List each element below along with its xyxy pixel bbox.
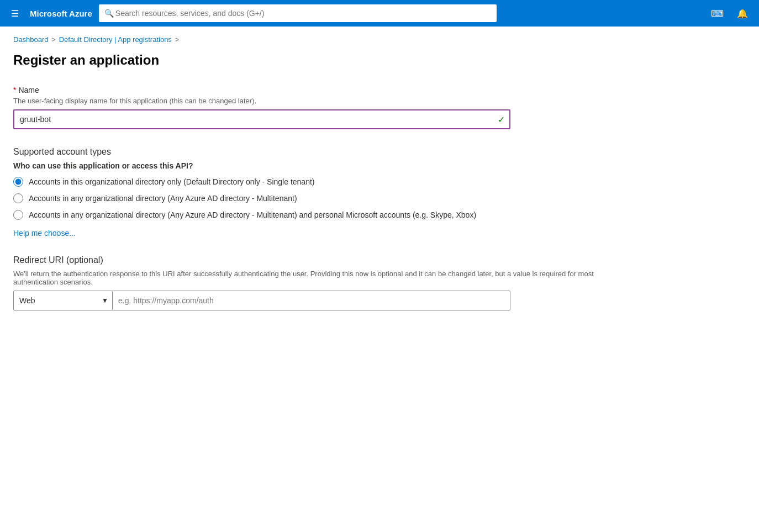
account-type-radio-group: Accounts in this organizational director… xyxy=(13,177,594,220)
radio-multitenant-personal[interactable] xyxy=(13,210,23,220)
name-input-wrapper: ✓ xyxy=(13,109,510,129)
redirect-type-select-wrapper: Web SPA Public client/native (mobile & d… xyxy=(13,291,113,310)
radio-option-multitenant-personal[interactable]: Accounts in any organizational directory… xyxy=(13,210,594,220)
redirect-uri-description: We'll return the authentication response… xyxy=(13,270,594,286)
account-types-section: Supported account types Who can use this… xyxy=(13,147,594,238)
redirect-uri-heading: Redirect URI (optional) xyxy=(13,255,594,265)
radio-multitenant-personal-label: Accounts in any organizational directory… xyxy=(29,210,476,219)
account-types-heading: Supported account types xyxy=(13,147,594,157)
input-valid-checkmark: ✓ xyxy=(498,114,505,125)
search-wrapper: 🔍 xyxy=(99,4,497,22)
terminal-icon: ⌨ xyxy=(711,8,724,19)
radio-option-single-tenant[interactable]: Accounts in this organizational director… xyxy=(13,177,594,187)
name-label-text: Name xyxy=(18,86,39,94)
page-title: Register an application xyxy=(13,52,594,68)
radio-single-tenant[interactable] xyxy=(13,177,23,187)
radio-option-multitenant[interactable]: Accounts in any organizational directory… xyxy=(13,193,594,203)
radio-single-tenant-label: Accounts in this organizational director… xyxy=(29,177,314,186)
hamburger-menu-button[interactable]: ☰ xyxy=(7,6,23,21)
breadcrumb-app-registrations[interactable]: Default Directory | App registrations xyxy=(59,35,172,44)
radio-multitenant-label: Accounts in any organizational directory… xyxy=(29,194,297,203)
main-content: Register an application * Name The user-… xyxy=(0,48,608,350)
breadcrumb-separator-1: > xyxy=(52,36,56,44)
terminal-button[interactable]: ⌨ xyxy=(707,6,728,21)
account-types-subheading: Who can use this application or access t… xyxy=(13,161,594,170)
app-logo: Microsoft Azure xyxy=(30,9,92,18)
name-field-label: * Name xyxy=(13,86,594,94)
breadcrumb-separator-2: > xyxy=(175,36,179,44)
redirect-url-input[interactable] xyxy=(113,291,510,310)
hamburger-icon: ☰ xyxy=(11,8,19,19)
feedback-button[interactable]: 🔔 xyxy=(732,6,752,21)
nav-right-icons: ⌨ 🔔 xyxy=(707,6,752,21)
name-section: * Name The user-facing display name for … xyxy=(13,86,594,129)
nav-bar: ☰ Microsoft Azure 🔍 ⌨ 🔔 xyxy=(0,0,759,27)
search-input[interactable] xyxy=(99,4,497,22)
radio-multitenant[interactable] xyxy=(13,193,23,203)
redirect-uri-section: Redirect URI (optional) We'll return the… xyxy=(13,255,594,310)
redirect-type-select[interactable]: Web SPA Public client/native (mobile & d… xyxy=(13,291,113,310)
breadcrumb-dashboard[interactable]: Dashboard xyxy=(13,35,49,44)
breadcrumb: Dashboard > Default Directory | App regi… xyxy=(0,27,759,48)
redirect-row: Web SPA Public client/native (mobile & d… xyxy=(13,291,510,310)
name-input[interactable] xyxy=(13,109,510,129)
required-indicator: * xyxy=(13,86,16,94)
feedback-icon: 🔔 xyxy=(737,8,748,19)
name-field-description: The user-facing display name for this ap… xyxy=(13,97,594,105)
help-me-choose-link[interactable]: Help me choose... xyxy=(13,229,76,238)
